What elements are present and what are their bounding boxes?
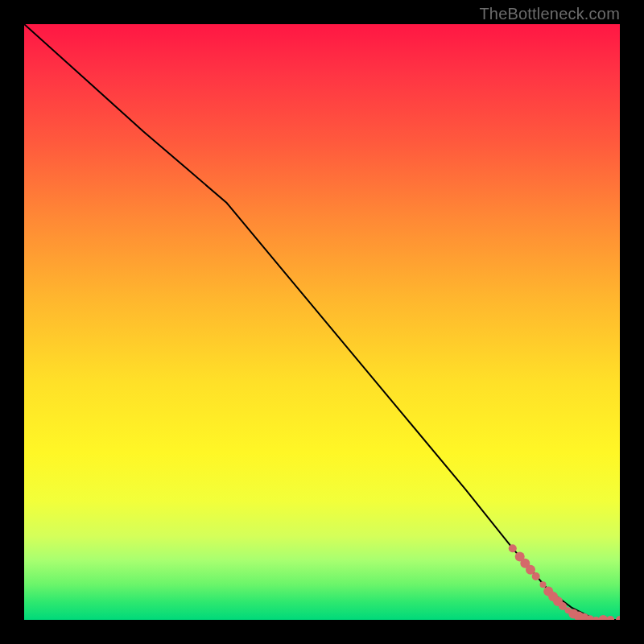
watermark-text: TheBottleneck.com [479, 5, 620, 23]
chart-points [509, 544, 620, 620]
data-point [592, 617, 599, 620]
chart-overlay [24, 24, 620, 620]
chart-line [24, 24, 620, 620]
data-point [540, 581, 547, 588]
data-point [616, 616, 620, 620]
plot-area [24, 24, 620, 620]
data-point [606, 616, 614, 620]
data-point [509, 544, 517, 552]
data-point [532, 572, 540, 580]
chart-wrapper: TheBottleneck.com [0, 0, 644, 644]
